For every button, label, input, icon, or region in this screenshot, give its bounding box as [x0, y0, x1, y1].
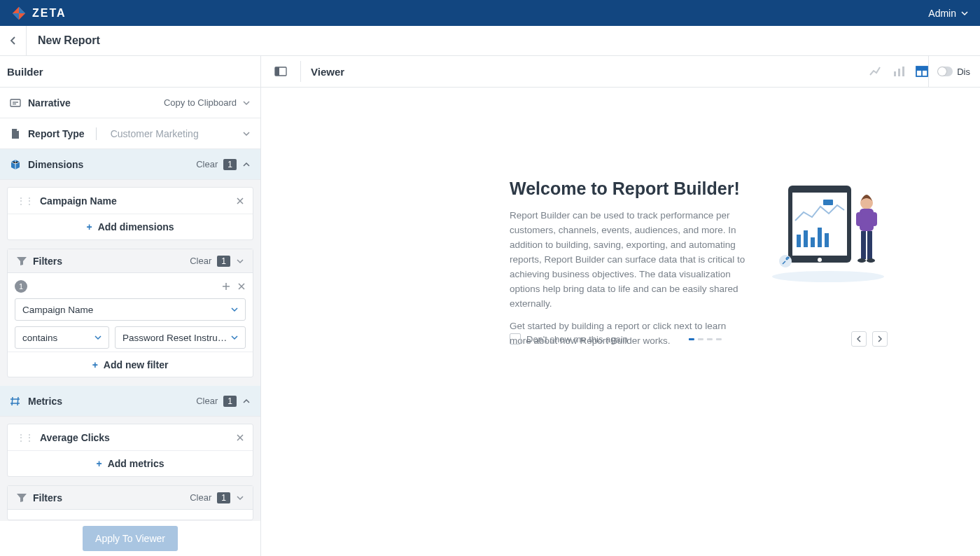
metrics-card: ⋮⋮ Average Clicks + Add metrics — [7, 424, 253, 477]
chevron-left-icon — [10, 36, 17, 46]
svg-point-32 — [867, 258, 875, 263]
carousel-dots — [689, 338, 722, 340]
zeta-logo-icon — [11, 6, 27, 21]
chevron-up-icon — [242, 160, 251, 169]
filter-operator-select[interactable]: contains — [15, 326, 109, 349]
dont-show-checkbox[interactable] — [510, 333, 521, 345]
welcome-paragraph-1: Report Builder can be used to track perf… — [510, 209, 748, 311]
metrics-count: 1 — [223, 396, 237, 407]
remove-dimension-button[interactable] — [236, 197, 244, 205]
chevron-up-icon — [242, 397, 251, 405]
carousel-next-button[interactable] — [872, 331, 888, 347]
svg-rect-28 — [872, 212, 877, 226]
dimensions-card: ⋮⋮ Campaign Name + Add dimensions — [7, 187, 253, 240]
add-new-filter-button[interactable]: + Add new filter — [8, 352, 253, 377]
user-menu[interactable]: Admin — [928, 8, 969, 19]
svg-rect-10 — [902, 67, 904, 76]
back-button[interactable] — [0, 26, 27, 56]
section-narrative[interactable]: Narrative Copy to Clipboard — [0, 88, 260, 118]
met-filters-count: 1 — [217, 492, 230, 503]
builder-scroll[interactable]: Narrative Copy to Clipboard Report Type … — [0, 88, 260, 521]
filter-icon — [16, 256, 27, 267]
add-new-filter-label: Add new filter — [104, 359, 169, 370]
filter-field-value: Campaign Name — [22, 305, 93, 315]
carousel-prev-button[interactable] — [851, 331, 867, 347]
narrative-icon — [10, 97, 21, 109]
dimension-filters-header[interactable]: Filters Clear 1 — [8, 249, 253, 273]
metrics-label: Metrics — [28, 396, 62, 407]
dimension-item[interactable]: ⋮⋮ Campaign Name — [8, 188, 253, 214]
close-icon — [236, 433, 244, 442]
filter-value-value: Password Reset Instructio... — [122, 333, 231, 343]
add-filter-group-button[interactable] — [222, 282, 230, 291]
carousel-dot[interactable] — [698, 338, 704, 340]
chevron-down-icon — [242, 130, 251, 138]
filter-field-select[interactable]: Campaign Name — [15, 298, 246, 321]
welcome-illustration — [769, 179, 888, 284]
metric-filters-header[interactable]: Filters Clear 1 — [8, 486, 253, 510]
drag-handle-icon[interactable]: ⋮⋮ — [16, 432, 33, 443]
bar-chart-button[interactable] — [893, 66, 906, 77]
section-metrics[interactable]: Metrics Clear 1 — [0, 386, 260, 417]
table-icon — [916, 66, 928, 77]
svg-rect-30 — [867, 231, 872, 259]
drag-handle-icon[interactable]: ⋮⋮ — [16, 195, 33, 207]
dimensions-clear[interactable]: Clear — [196, 159, 218, 169]
met-filters-clear[interactable]: Clear — [190, 492, 211, 503]
svg-rect-3 — [10, 99, 20, 106]
metric-item-label: Average Clicks — [40, 432, 110, 443]
copy-narrative-link[interactable]: Copy to Clipboard — [164, 97, 237, 108]
table-chart-button[interactable] — [916, 66, 928, 77]
svg-point-31 — [858, 258, 866, 263]
carousel-dot[interactable] — [716, 338, 722, 340]
builder-panel: Builder Narrative Copy to Clipboard Repo… — [0, 56, 261, 556]
user-label: Admin — [928, 8, 956, 19]
welcome-footer: Don't show me this again — [510, 331, 888, 347]
close-icon — [236, 197, 244, 205]
svg-rect-24 — [825, 233, 829, 247]
svg-rect-19 — [823, 200, 833, 205]
title-bar: New Report — [0, 26, 980, 56]
add-metric-button[interactable]: + Add metrics — [8, 451, 253, 476]
add-dimension-label: Add dimensions — [98, 221, 174, 232]
dimensions-count: 1 — [223, 159, 237, 170]
narrative-label: Narrative — [28, 97, 71, 109]
section-report-type[interactable]: Report Type Customer Marketing — [0, 118, 260, 149]
plus-icon: + — [96, 458, 102, 469]
chevron-left-icon — [856, 335, 862, 342]
remove-metric-button[interactable] — [236, 433, 244, 442]
remove-filter-group-button[interactable] — [237, 282, 246, 291]
brand-logo[interactable]: ZETA — [11, 6, 66, 21]
display-panel-toggle[interactable]: Dis — [928, 56, 970, 88]
chevron-down-icon — [236, 257, 244, 265]
chevron-down-icon — [231, 334, 238, 341]
filter-value-select[interactable]: Password Reset Instructio... — [115, 326, 246, 349]
filter-group-header: 1 — [15, 280, 246, 293]
chevron-down-icon — [236, 494, 244, 502]
metrics-clear[interactable]: Clear — [196, 396, 218, 406]
filter-icon — [16, 492, 27, 503]
viewer-body: Welcome to Report Builder! Report Builde… — [261, 88, 980, 556]
section-dimensions[interactable]: Dimensions Clear 1 — [0, 149, 260, 180]
plus-icon: + — [92, 359, 98, 370]
apply-to-viewer-button[interactable]: Apply To Viewer — [83, 526, 178, 551]
carousel-dot[interactable] — [689, 338, 694, 340]
svg-rect-22 — [811, 237, 815, 247]
svg-rect-9 — [898, 69, 900, 76]
line-chart-button[interactable] — [869, 66, 883, 77]
display-toggle[interactable] — [937, 67, 953, 76]
add-dimension-button[interactable]: + Add dimensions — [8, 214, 253, 239]
collapse-builder-button[interactable] — [271, 62, 290, 81]
svg-rect-27 — [856, 212, 862, 226]
filter-group-index: 1 — [15, 280, 27, 293]
metric-item[interactable]: ⋮⋮ Average Clicks — [8, 424, 253, 451]
chevron-down-icon — [242, 99, 251, 107]
welcome-heading: Welcome to Report Builder! — [510, 179, 748, 199]
welcome-card: Welcome to Report Builder! Report Builde… — [510, 179, 888, 357]
carousel-dot[interactable] — [707, 338, 713, 340]
dont-show-label: Don't show me this again — [526, 334, 628, 345]
svg-marker-2 — [13, 13, 19, 20]
dim-filters-clear[interactable]: Clear — [190, 256, 211, 266]
plus-icon: + — [86, 221, 92, 232]
close-icon — [237, 282, 246, 291]
